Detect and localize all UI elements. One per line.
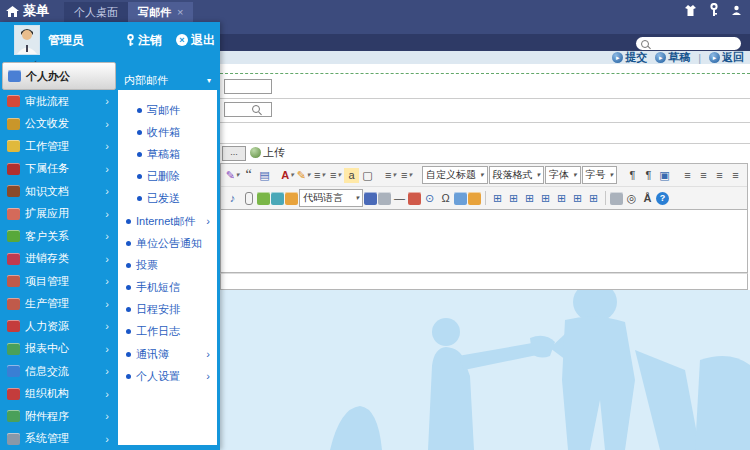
save-icon[interactable] — [364, 192, 377, 205]
submenu-item-sent[interactable]: 已发送 — [118, 188, 217, 210]
submenu-item-internet-mail[interactable]: Internet邮件› — [118, 210, 217, 232]
sidebar-item-organization[interactable]: 组织机构› — [0, 383, 118, 406]
search-input[interactable] — [636, 37, 741, 50]
hr-icon[interactable]: — — [392, 191, 407, 206]
sidebar-item-system-mgmt[interactable]: 系统管理› — [0, 428, 118, 450]
insert-table-icon[interactable]: ⊞ — [490, 191, 505, 206]
sidebar-item-production-mgmt[interactable]: 生产管理› — [0, 293, 118, 316]
font-size-select[interactable]: 字号▾ — [582, 166, 618, 184]
chart-icon[interactable] — [285, 192, 298, 205]
tab-personal-desktop[interactable]: 个人桌面 — [64, 2, 128, 22]
clock-icon[interactable]: ⊙ — [422, 191, 437, 206]
omega-icon[interactable]: Ω — [438, 191, 453, 206]
sidebar-item-work-mgmt[interactable]: 工作管理› — [0, 135, 118, 158]
split-cells-icon[interactable]: ⊞ — [554, 191, 569, 206]
font-color-icon[interactable]: A▾ — [280, 168, 295, 183]
exit-button[interactable]: × 退出 — [176, 32, 215, 49]
align-justify-icon[interactable]: ≡ — [728, 168, 743, 183]
brush-icon[interactable]: ✎▾ — [225, 168, 240, 183]
submenu-item-inbox[interactable]: 收件箱 — [118, 121, 217, 143]
submenu-item-write-mail[interactable]: 写邮件 — [118, 99, 217, 121]
rtl-icon[interactable]: ¶ — [641, 168, 656, 183]
music-icon[interactable]: ♪ — [225, 191, 240, 206]
sidebar-item-knowledge-docs[interactable]: 知识文档› — [0, 180, 118, 203]
submit-button[interactable]: ▸ 提交 — [612, 50, 647, 65]
tab-write-mail[interactable]: 写邮件 × — [128, 2, 193, 22]
ordered-list-icon[interactable]: ≡▾ — [312, 168, 327, 183]
lookup-icon[interactable] — [252, 105, 260, 113]
indent-icon[interactable]: ≡▾ — [399, 168, 414, 183]
logout-button[interactable]: 注销 — [126, 32, 162, 49]
print-icon[interactable] — [378, 192, 391, 205]
sidebar-item-hr[interactable]: 人力资源› — [0, 315, 118, 338]
sidebar-item-approval[interactable]: 审批流程› — [0, 90, 118, 113]
map-icon[interactable] — [454, 192, 467, 205]
editor-body[interactable] — [220, 210, 748, 273]
quote-icon[interactable]: “ — [241, 168, 256, 183]
paragraph-format-select[interactable]: 段落格式▾ — [489, 166, 545, 184]
font-family-select[interactable]: 字体▾ — [545, 166, 581, 184]
source-icon[interactable]: ▢ — [360, 168, 375, 183]
cc-field[interactable] — [224, 102, 272, 117]
align-left-icon[interactable]: ≡ — [680, 168, 695, 183]
heading-select[interactable]: 自定义标题▾ — [422, 166, 488, 184]
key-icon[interactable] — [709, 3, 719, 17]
sidebar-item-report-center[interactable]: 报表中心› — [0, 338, 118, 361]
sidebar-item-subordinate-tasks[interactable]: 下属任务› — [0, 158, 118, 181]
sidebar-item-personal-office[interactable]: 个人办公 — [2, 62, 116, 90]
line-height-icon[interactable]: ≡▾ — [383, 168, 398, 183]
back-button[interactable]: ▸ 返回 — [709, 50, 744, 65]
submenu-item-personal-settings[interactable]: 个人设置› — [118, 365, 217, 387]
upload-button[interactable]: 上传 — [250, 145, 285, 160]
draft-button[interactable]: ▸ 草稿 — [655, 50, 690, 65]
highlight-icon[interactable]: ✎▾ — [296, 168, 311, 183]
table-col-icon[interactable]: ⊞ — [522, 191, 537, 206]
help-icon[interactable]: ? — [656, 192, 669, 205]
find-replace-icon[interactable]: Å — [640, 191, 655, 206]
table-props-icon[interactable]: ⊞ — [570, 191, 585, 206]
sidebar-item-crm[interactable]: 客户关系› — [0, 225, 118, 248]
align-right-icon[interactable]: ≡ — [712, 168, 727, 183]
sidebar-item-inventory[interactable]: 进销存类› — [0, 248, 118, 271]
submenu-item-deleted[interactable]: 已删除 — [118, 166, 217, 188]
submenu-item-drafts[interactable]: 草稿箱 — [118, 143, 217, 165]
submenu-item-vote[interactable]: 投票 — [118, 254, 217, 276]
sidebar-item-documents[interactable]: 公文收发› — [0, 113, 118, 136]
table-row-icon[interactable]: ⊞ — [506, 191, 521, 206]
calendar-icon[interactable] — [408, 192, 421, 205]
submenu-item-announcements[interactable]: 单位公告通知 — [118, 232, 217, 254]
code-language-select[interactable]: 代码语言▾ — [299, 189, 363, 207]
ltr-icon[interactable]: ¶ — [625, 168, 640, 183]
submenu-item-schedule[interactable]: 日程安排 — [118, 299, 217, 321]
anchor-icon[interactable]: a — [344, 168, 359, 183]
main-menu-button[interactable]: 菜单 — [6, 0, 49, 22]
unordered-list-icon[interactable]: ≡▾ — [328, 168, 343, 183]
submenu-item-address-book[interactable]: 通讯簿› — [118, 343, 217, 365]
search-doc-icon[interactable]: ◎ — [624, 191, 639, 206]
screen-icon[interactable]: ▣ — [657, 168, 672, 183]
person-icon[interactable] — [731, 5, 742, 16]
submenu-header-internal-mail[interactable]: 内部邮件 ▾ — [118, 70, 217, 90]
preview-icon[interactable] — [610, 192, 623, 205]
video-icon[interactable] — [468, 192, 481, 205]
close-tab-icon[interactable]: × — [177, 2, 183, 22]
paperclip-icon[interactable] — [241, 191, 256, 206]
home-icon — [6, 6, 19, 17]
recipient-field[interactable] — [224, 79, 272, 94]
sidebar-item-project-mgmt[interactable]: 项目管理› — [0, 270, 118, 293]
submenu-item-work-log[interactable]: 工作日志 — [118, 321, 217, 343]
crm-icon — [7, 230, 20, 242]
sidebar-item-info-exchange[interactable]: 信息交流› — [0, 360, 118, 383]
shirt-icon[interactable] — [684, 4, 697, 17]
paste-icon[interactable]: ▤ — [257, 168, 272, 183]
merge-cells-icon[interactable]: ⊞ — [538, 191, 553, 206]
sidebar-item-extended-apps[interactable]: 扩展应用› — [0, 203, 118, 226]
align-center-icon[interactable]: ≡ — [696, 168, 711, 183]
browse-button[interactable]: ... — [222, 146, 246, 161]
submenu-item-sms[interactable]: 手机短信 — [118, 277, 217, 299]
photo-icon[interactable] — [271, 192, 284, 205]
tab-label: 写邮件 — [138, 2, 171, 22]
delete-table-icon[interactable]: ⊞ — [586, 191, 601, 206]
image-icon[interactable] — [257, 192, 270, 205]
sidebar-item-addons[interactable]: 附件程序› — [0, 405, 118, 428]
